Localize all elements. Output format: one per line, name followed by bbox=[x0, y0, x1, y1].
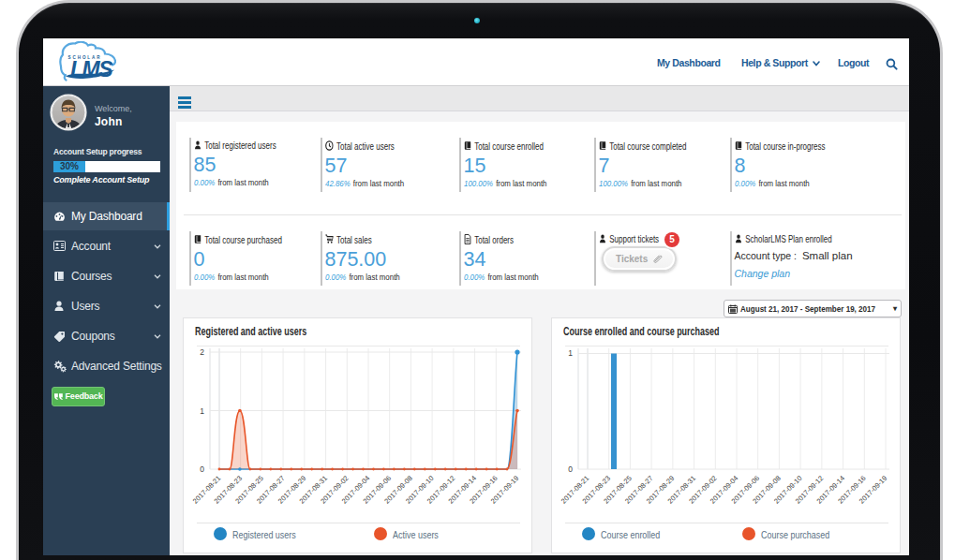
svg-text:2: 2 bbox=[200, 347, 204, 357]
svg-text:0: 0 bbox=[200, 464, 204, 474]
svg-text:1: 1 bbox=[200, 406, 204, 416]
svg-text:1: 1 bbox=[568, 348, 573, 358]
svg-text:0: 0 bbox=[568, 464, 573, 474]
